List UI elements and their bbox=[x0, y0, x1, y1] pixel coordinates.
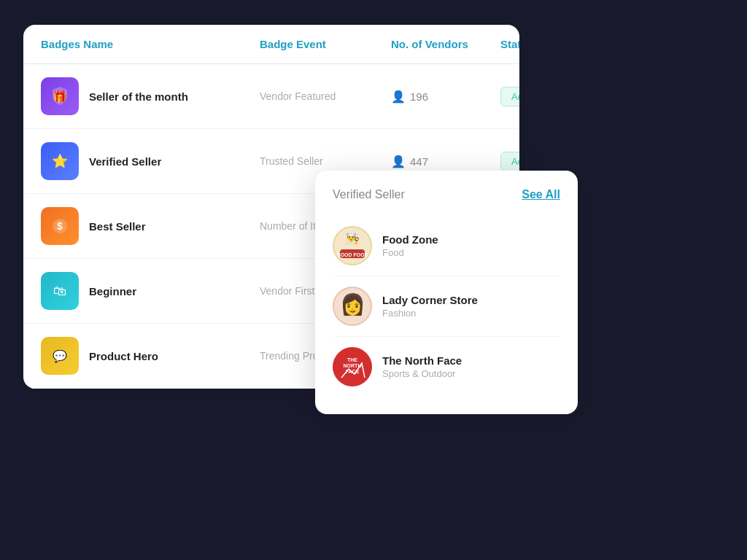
badge-name-seller-month: Seller of the month bbox=[89, 90, 188, 103]
svg-text:👨‍🍳: 👨‍🍳 bbox=[345, 231, 360, 245]
status-badge-active-2: Active bbox=[500, 152, 519, 171]
table-header: Badges Name Badge Event No. of Vendors S… bbox=[23, 25, 519, 64]
product-hero-icon: 💬 bbox=[41, 337, 79, 375]
seller-month-icon: 🎁 bbox=[41, 77, 79, 115]
badge-name-cell: 🛍 Beginner bbox=[41, 272, 260, 310]
status-cell-verified: Active bbox=[500, 152, 519, 171]
svg-text:🎁: 🎁 bbox=[53, 90, 67, 104]
vendor-cat-food-zone: Food bbox=[382, 247, 438, 258]
svg-text:$: $ bbox=[57, 220, 63, 232]
vendor-name-north-face: The North Face bbox=[382, 354, 462, 367]
vendor-item-north-face[interactable]: THE NORTH FACE The North Face Sports & O… bbox=[333, 337, 560, 397]
lady-corner-avatar: 👩 bbox=[333, 287, 372, 326]
vendor-item-lady-corner[interactable]: 👩 Lady Corner Store Fashion bbox=[333, 276, 560, 337]
svg-text:GOOD FOOD: GOOD FOOD bbox=[336, 252, 368, 257]
popup-title: Verified Seller bbox=[333, 188, 405, 201]
svg-text:⭐: ⭐ bbox=[52, 153, 69, 169]
verified-seller-icon: ⭐ bbox=[41, 142, 79, 180]
col-badges-name: Badges Name bbox=[41, 38, 260, 50]
badge-name-cell: $ Best Seller bbox=[41, 207, 260, 245]
badge-event-seller-month: Vendor Featured bbox=[260, 90, 391, 102]
badge-name-cell: ⭐ Verified Seller bbox=[41, 142, 260, 180]
vendor-item-food-zone[interactable]: 👨‍🍳 GOOD FOOD Food Zone Food bbox=[333, 216, 560, 276]
col-badge-event: Badge Event bbox=[260, 38, 391, 50]
svg-text:THE: THE bbox=[347, 357, 357, 362]
badge-event-verified: Trusted Seller bbox=[260, 155, 391, 167]
food-zone-info: Food Zone Food bbox=[382, 233, 438, 258]
badge-name-bestseller: Best Seller bbox=[89, 220, 146, 233]
vendor-name-food-zone: Food Zone bbox=[382, 233, 438, 246]
vendor-count-seller-month: 👤 196 bbox=[391, 90, 500, 104]
see-all-link[interactable]: See All bbox=[522, 188, 560, 201]
popup-header: Verified Seller See All bbox=[333, 188, 560, 201]
vendor-count-verified: 👤 447 bbox=[391, 155, 500, 168]
lady-corner-info: Lady Corner Store Fashion bbox=[382, 294, 478, 319]
vendor-name-lady-corner: Lady Corner Store bbox=[382, 294, 478, 306]
north-face-avatar: THE NORTH FACE bbox=[333, 347, 372, 386]
svg-text:🛍: 🛍 bbox=[53, 284, 66, 298]
vendor-popup: Verified Seller See All 👨‍🍳 GOOD FOOD Fo… bbox=[315, 171, 578, 414]
svg-text:👩: 👩 bbox=[340, 292, 365, 316]
vendor-cat-lady-corner: Fashion bbox=[382, 308, 478, 319]
badge-name-verified: Verified Seller bbox=[89, 155, 161, 168]
status-cell-seller-month: Active bbox=[500, 87, 519, 106]
table-row[interactable]: 🎁 Seller of the month Vendor Featured 👤 … bbox=[23, 64, 519, 129]
badge-name-cell: 💬 Product Hero bbox=[41, 337, 260, 375]
col-vendors: No. of Vendors bbox=[391, 38, 500, 50]
best-seller-icon: $ bbox=[41, 207, 79, 245]
badge-name-cell: 🎁 Seller of the month bbox=[41, 77, 260, 115]
col-status: Status bbox=[500, 38, 519, 50]
status-badge-active: Active bbox=[500, 87, 519, 106]
badge-name-product-hero: Product Hero bbox=[89, 350, 158, 362]
badge-name-beginner: Beginner bbox=[89, 285, 136, 298]
food-zone-avatar: 👨‍🍳 GOOD FOOD bbox=[333, 226, 372, 265]
vendor-icon: 👤 bbox=[391, 90, 406, 104]
beginner-icon: 🛍 bbox=[41, 272, 79, 310]
north-face-info: The North Face Sports & Outdoor bbox=[382, 354, 462, 379]
vendor-icon: 👤 bbox=[391, 155, 406, 168]
vendor-cat-north-face: Sports & Outdoor bbox=[382, 368, 462, 379]
svg-text:💬: 💬 bbox=[53, 349, 67, 363]
